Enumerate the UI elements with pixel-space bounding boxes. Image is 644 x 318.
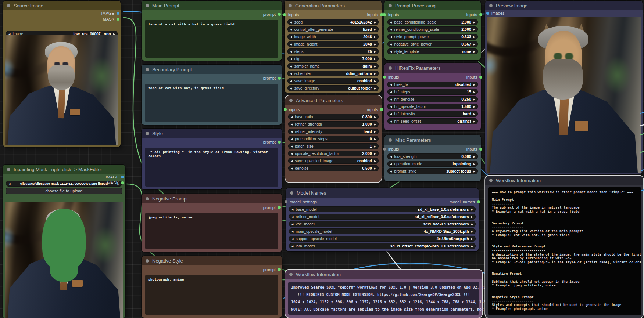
node-graph-canvas[interactable]: Source Image IMAGE MASK ◀ image low_res_… (0, 0, 644, 318)
offscreen-link-stubs (0, 0, 644, 318)
